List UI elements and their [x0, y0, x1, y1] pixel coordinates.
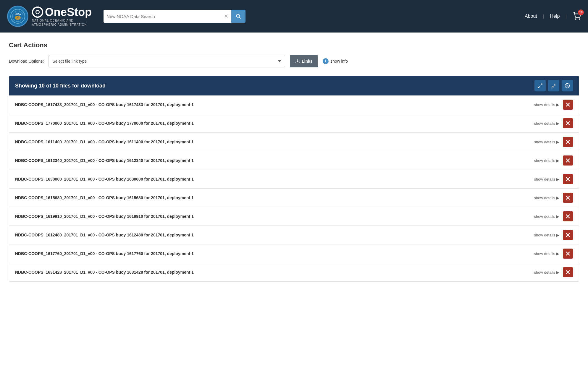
logo-area: NOAA 🦅 O OneStop NATIONAL OCEANIC AND AT…	[7, 6, 92, 27]
chevron-right-icon: ▶	[556, 177, 559, 181]
info-icon: i	[323, 58, 329, 64]
nav-separator-2: |	[566, 14, 567, 19]
chevron-right-icon: ▶	[556, 158, 559, 163]
search-area: ✕	[104, 10, 245, 23]
file-name: NDBC-COOPS_1612340_201701_D1_v00 - CO-OP…	[15, 158, 530, 163]
show-details-button[interactable]: show details ▶	[534, 214, 559, 219]
show-details-button[interactable]: show details ▶	[534, 158, 559, 163]
remove-file-button[interactable]	[563, 155, 573, 166]
chevron-right-icon: ▶	[556, 270, 559, 275]
table-row: NDBC-COOPS_1630000_201701_D1_v00 - CO-OP…	[9, 170, 579, 189]
remove-file-button[interactable]	[563, 193, 573, 203]
file-name: NDBC-COOPS_1630000_201701_D1_v00 - CO-OP…	[15, 177, 530, 181]
svg-line-15	[566, 84, 569, 87]
table-row: NDBC-COOPS_1617433_201701_D1_v00 - CO-OP…	[9, 95, 579, 114]
svg-line-6	[239, 17, 241, 18]
file-name: NDBC-COOPS_1615680_201701_D1_v00 - CO-OP…	[15, 195, 530, 200]
brand-circle: O	[32, 7, 43, 18]
file-name: NDBC-COOPS_1617433_201701_D1_v00 - CO-OP…	[15, 102, 530, 107]
remove-file-button[interactable]	[563, 137, 573, 147]
download-label: Download Options:	[9, 59, 44, 64]
cart-count-badge: 10	[578, 9, 584, 15]
table-row: NDBC-COOPS_1617760_201701_D1_v00 - CO-OP…	[9, 244, 579, 263]
svg-line-13	[554, 84, 556, 85]
expand-all-button[interactable]	[534, 80, 546, 91]
show-details-button[interactable]: show details ▶	[534, 233, 559, 237]
collapse-all-button[interactable]	[548, 80, 559, 91]
chevron-right-icon: ▶	[556, 214, 559, 219]
table-row: NDBC-COOPS_1611400_201701_D1_v00 - CO-OP…	[9, 133, 579, 151]
svg-text:🦅: 🦅	[17, 17, 19, 19]
search-box: ✕	[104, 10, 231, 23]
nav-separator: |	[543, 14, 544, 19]
about-link[interactable]: About	[525, 14, 537, 19]
remove-file-button[interactable]	[563, 174, 573, 184]
brand-subtitle: NATIONAL OCEANIC AND ATMOSPHERIC ADMINIS…	[32, 19, 92, 27]
svg-line-12	[552, 86, 553, 88]
show-details-button[interactable]: show details ▶	[534, 252, 559, 256]
show-details-button[interactable]: show details ▶	[534, 177, 559, 181]
chevron-right-icon: ▶	[556, 103, 559, 107]
show-details-button[interactable]: show details ▶	[534, 121, 559, 126]
file-rows-container: NDBC-COOPS_1617433_201701_D1_v00 - CO-OP…	[9, 95, 579, 281]
chevron-right-icon: ▶	[556, 196, 559, 200]
help-link[interactable]: Help	[550, 14, 560, 19]
brand-text: O OneStop NATIONAL OCEANIC AND ATMOSPHER…	[32, 6, 92, 27]
file-name: NDBC-COOPS_1770000_201701_D1_v00 - CO-OP…	[15, 121, 530, 126]
show-details-button[interactable]: show details ▶	[534, 270, 559, 275]
remove-file-button[interactable]	[563, 249, 573, 259]
files-count-label: Showing 10 of 10 files for download	[15, 83, 106, 89]
links-button[interactable]: Links	[290, 55, 318, 67]
file-link-type-select[interactable]: Select file link type	[49, 55, 285, 67]
svg-text:NOAA: NOAA	[15, 13, 21, 15]
download-options-row: Download Options: Select file link type …	[9, 55, 579, 67]
svg-line-11	[538, 86, 539, 88]
chevron-right-icon: ▶	[556, 121, 559, 126]
search-clear-icon[interactable]: ✕	[224, 14, 228, 19]
files-header-actions	[534, 80, 573, 91]
chevron-right-icon: ▶	[556, 140, 559, 144]
table-row: NDBC-COOPS_1612340_201701_D1_v00 - CO-OP…	[9, 151, 579, 170]
remove-file-button[interactable]	[563, 100, 573, 110]
app-header: NOAA 🦅 O OneStop NATIONAL OCEANIC AND AT…	[0, 0, 588, 33]
table-row: NDBC-COOPS_1631428_201701_D1_v00 - CO-OP…	[9, 263, 579, 281]
files-container: Showing 10 of 10 files for download	[9, 76, 579, 282]
show-info-button[interactable]: i show info	[323, 58, 348, 64]
svg-point-7	[575, 19, 576, 19]
remove-file-button[interactable]	[563, 118, 573, 128]
table-row: NDBC-COOPS_1770000_201701_D1_v00 - CO-OP…	[9, 114, 579, 133]
header-nav: About | Help | 10	[525, 12, 581, 21]
file-name: NDBC-COOPS_1612480_201701_D1_v00 - CO-OP…	[15, 233, 530, 237]
search-button[interactable]	[231, 10, 245, 23]
files-header: Showing 10 of 10 files for download	[9, 76, 579, 95]
file-name: NDBC-COOPS_1631428_201701_D1_v00 - CO-OP…	[15, 270, 530, 275]
main-content: Cart Actions Download Options: Select fi…	[0, 33, 588, 291]
show-details-button[interactable]: show details ▶	[534, 196, 559, 200]
table-row: NDBC-COOPS_1619910_201701_D1_v00 - CO-OP…	[9, 207, 579, 226]
chevron-right-icon: ▶	[556, 233, 559, 237]
cart-icon[interactable]: 10	[573, 12, 581, 21]
file-name: NDBC-COOPS_1619910_201701_D1_v00 - CO-OP…	[15, 214, 530, 219]
table-row: NDBC-COOPS_1615680_201701_D1_v00 - CO-OP…	[9, 189, 579, 207]
file-name: NDBC-COOPS_1611400_201701_D1_v00 - CO-OP…	[15, 140, 530, 144]
table-row: NDBC-COOPS_1612480_201701_D1_v00 - CO-OP…	[9, 226, 579, 244]
page-title: Cart Actions	[9, 41, 579, 49]
remove-file-button[interactable]	[563, 230, 573, 240]
svg-point-8	[579, 19, 580, 19]
show-details-button[interactable]: show details ▶	[534, 140, 559, 144]
search-input[interactable]	[106, 14, 224, 19]
remove-file-button[interactable]	[563, 211, 573, 221]
noaa-logo: NOAA 🦅	[7, 6, 28, 27]
chevron-right-icon: ▶	[556, 252, 559, 256]
brand-name: OneStop	[45, 6, 92, 19]
remove-file-button[interactable]	[563, 267, 573, 277]
clear-all-button[interactable]	[562, 80, 573, 91]
file-name: NDBC-COOPS_1617760_201701_D1_v00 - CO-OP…	[15, 251, 530, 256]
show-details-button[interactable]: show details ▶	[534, 103, 559, 107]
svg-line-10	[541, 84, 542, 85]
svg-point-5	[237, 14, 240, 17]
